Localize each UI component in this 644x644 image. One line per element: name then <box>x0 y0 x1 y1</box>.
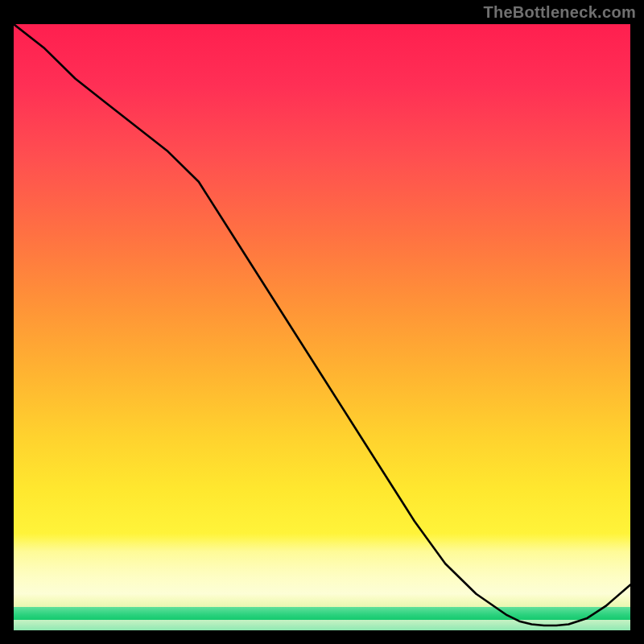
bottleneck-curve <box>14 24 630 630</box>
watermark-text: TheBottleneck.com <box>483 3 636 22</box>
canvas: TheBottleneck.com <box>0 0 644 644</box>
plot-frame <box>14 24 630 630</box>
